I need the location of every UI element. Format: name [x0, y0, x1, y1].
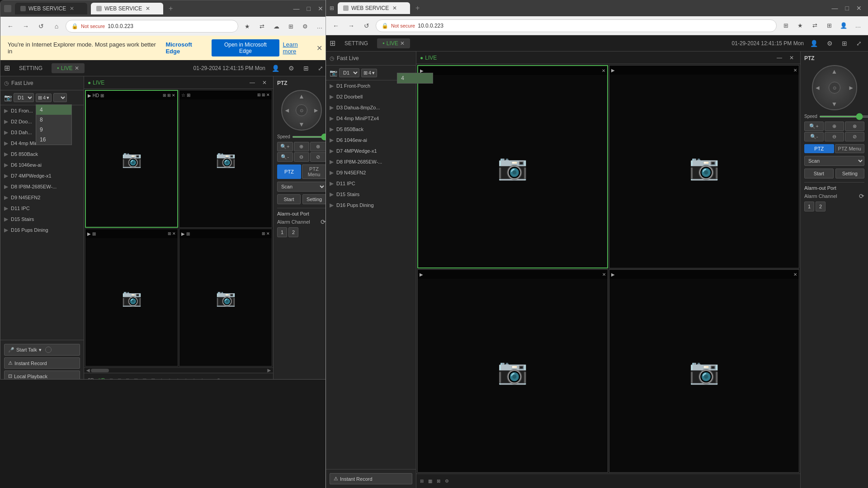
ptz2-iris-close[interactable]: ⊘ — [845, 132, 864, 141]
ptz2-focus-far[interactable]: ⊖ — [825, 132, 844, 141]
ptz2-iris-open[interactable]: ⊗ — [845, 122, 864, 131]
ptz-joystick-1[interactable]: ▲ ▼ ◄ ► ⊙ — [281, 90, 322, 131]
ptz-zoom-in[interactable]: 🔍+ — [277, 142, 293, 151]
alarm-num-2[interactable]: 2 — [288, 227, 298, 237]
ie-banner-close[interactable]: ✕ — [316, 44, 322, 52]
ptz2-right-btn[interactable]: ► — [848, 84, 854, 91]
scrollbar-h-1[interactable]: ◄ ► — [84, 367, 273, 373]
browser2-tab-1[interactable]: WEB SERVICE ✕ — [338, 2, 410, 14]
ptz-joystick-2[interactable]: ▲ ▼ ◄ ► ⊙ — [812, 65, 857, 110]
toolbar-btn-grid7[interactable]: ⊕ — [158, 377, 165, 380]
local-playback-btn-1[interactable]: ⊡ Local Playback — [4, 371, 80, 380]
camera2-item-d9[interactable]: ▶ D9 N45EFN2 — [326, 167, 416, 178]
back-btn[interactable]: ← — [4, 20, 17, 33]
minimize-btn-1[interactable]: — — [291, 4, 302, 13]
nav-icon-btn-4[interactable]: ⊞ — [284, 20, 297, 33]
setting-tab-1[interactable]: SETTING — [14, 63, 48, 73]
grid-option-9[interactable]: 9 — [36, 125, 71, 135]
alarm2-num-1[interactable]: 1 — [804, 202, 814, 211]
live-tab-1[interactable]: ● LIVE ✕ — [52, 63, 85, 73]
camera2-item-d4[interactable]: ▶ D4 4mp MiniPTZx4 — [326, 113, 416, 124]
alarm2-num-2[interactable]: 2 — [816, 202, 826, 211]
tab1-close-btn[interactable]: ✕ — [69, 5, 75, 12]
camera-item-d16[interactable]: ▶ D16 Pups Dining — [0, 225, 84, 235]
close-btn-2[interactable]: ✕ — [854, 4, 864, 13]
grid-select-btn-1[interactable]: ⊞ 4 ▾ — [36, 94, 52, 102]
toolbar-btn-grid6[interactable]: ▥ — [149, 377, 157, 380]
live-tab-close-2[interactable]: ✕ — [400, 40, 405, 47]
video-cell-2-4[interactable]: ▶ ✕ 📷 — [609, 269, 800, 473]
toolbar-btn-grid2[interactable]: ⊟ — [116, 377, 123, 380]
ptz2-zoom-in[interactable]: 🔍+ — [804, 122, 824, 131]
menu-icon-2[interactable]: ⊞ — [330, 39, 335, 47]
ptz2-up-btn[interactable]: ▲ — [831, 68, 838, 75]
nav-icon-btn-2[interactable]: ⇄ — [255, 20, 268, 33]
live-tab-close-1[interactable]: ✕ — [75, 65, 79, 71]
ptz2-focus-near[interactable]: ⊕ — [825, 122, 844, 131]
camera-item-d11[interactable]: ▶ D11 IPC — [0, 203, 84, 214]
ptz2-center-btn[interactable]: ⊙ — [829, 82, 840, 94]
video-cell-4[interactable]: ▶ ⊞ ⊞ ✕ 📷 — [179, 229, 272, 366]
reload-btn[interactable]: ↺ — [35, 20, 47, 33]
toolbar-btn-grid10[interactable]: ⊙ — [182, 377, 189, 380]
nav2-icon-btn-5[interactable]: 👤 — [837, 19, 850, 32]
camera2-item-d6[interactable]: ▶ D6 1046ew-ai — [326, 135, 416, 145]
camera-item-d5[interactable]: ▶ D5 850Back — [0, 149, 84, 160]
nav2-icon-btn-3[interactable]: ⇄ — [808, 19, 821, 32]
ptz2-menu-tab-btn[interactable]: PTZ Menu — [835, 144, 865, 153]
forward-btn[interactable]: → — [19, 20, 32, 33]
nav-icon-btn-3[interactable]: ☁ — [270, 20, 283, 33]
grid-option-16[interactable]: 16 — [36, 135, 71, 145]
learn-more-link[interactable]: Learn more — [283, 41, 313, 55]
ptz2-tab-btn[interactable]: PTZ — [804, 144, 834, 153]
browser-tab-1[interactable]: WEB SERVICE ✕ — [15, 3, 87, 14]
live-win-close-2[interactable]: ✕ — [787, 54, 797, 62]
toolbar-btn-grid4[interactable]: ▦ — [132, 377, 140, 380]
live-win-min[interactable]: — — [247, 79, 258, 87]
scan-select-2[interactable]: Scan — [804, 156, 864, 166]
toolbar-btn-settings[interactable]: ⚙ — [215, 377, 222, 380]
header2-grid-btn[interactable]: ⊞ — [839, 39, 850, 48]
address-bar-2[interactable]: 🔒 Not secure 10.0.0.223 — [376, 19, 777, 32]
nav2-icon-btn-1[interactable]: ⊞ — [779, 19, 792, 32]
grid-option-8[interactable]: 8 — [36, 115, 71, 125]
live-win-close[interactable]: ✕ — [259, 79, 269, 87]
toolbar-btn-grid1[interactable]: ⊞ — [108, 377, 115, 380]
address-bar-1[interactable]: 🔒 Not secure 10.0.0.223 — [66, 20, 238, 33]
ptz-tab-btn[interactable]: PTZ — [277, 164, 301, 179]
maximize-btn-1[interactable]: □ — [304, 4, 313, 13]
camera-item-d8[interactable]: ▶ D8 IP8M-2685EW-... — [0, 181, 84, 192]
scan-start-btn-2[interactable]: Start — [804, 169, 834, 178]
open-in-edge-btn[interactable]: Open in Microsoft Edge — [212, 39, 279, 56]
tab2-close-btn[interactable]: ✕ — [145, 5, 151, 12]
grid-select-2[interactable]: ▾ — [53, 93, 67, 102]
toolbar-btn-grid3[interactable]: ⊠ — [124, 377, 131, 380]
header-grid-btn[interactable]: ⊞ — [301, 64, 311, 73]
camera-item-d7[interactable]: ▶ D7 4MPWedge-x1 — [0, 170, 84, 181]
cell2-close-4[interactable]: ✕ — [793, 272, 797, 277]
toolbar-btn-grid5[interactable]: ▤ — [141, 377, 148, 380]
setting-tab-2[interactable]: SETTING — [339, 38, 373, 48]
ptz-iris-close[interactable]: ⊘ — [310, 152, 326, 162]
header2-person-btn[interactable]: 👤 — [807, 39, 821, 48]
alarm-num-1[interactable]: 1 — [277, 227, 287, 237]
camera2-item-d2[interactable]: ▶ D2 Doorbell — [326, 91, 416, 102]
video-cell-1[interactable]: ▶ HD ⊞ ⊞ ⊞ ✕ 📷 — [85, 90, 178, 228]
camera2-item-d16[interactable]: ▶ D16 Pups Dining — [326, 200, 416, 211]
ptz-down-btn[interactable]: ▼ — [298, 121, 305, 128]
ptz-menu-tab-btn[interactable]: PTZ Menu — [302, 164, 326, 179]
cell2-close-2[interactable]: ✕ — [793, 68, 797, 73]
toolbar-btn-sd[interactable]: SD — [86, 377, 96, 380]
header2-expand-btn[interactable]: ⤢ — [854, 39, 864, 48]
ptz-up-btn[interactable]: ▲ — [298, 93, 305, 100]
ptz-right-btn[interactable]: ► — [313, 107, 319, 114]
forward-btn-2[interactable]: → — [345, 19, 358, 32]
d-select-1[interactable]: D1 — [14, 93, 34, 102]
video-cell-2-1[interactable]: ▶ ✕ 📷 — [417, 65, 608, 268]
toolbar-btn-more[interactable]: ● — [223, 377, 230, 380]
microsoft-edge-link[interactable]: Microsoft Edge — [165, 41, 208, 55]
header-settings-btn[interactable]: ⚙ — [286, 64, 297, 73]
video-cell-2-2[interactable]: ▶ ✕ 📷 — [609, 65, 800, 268]
ptz-center-btn[interactable]: ⊙ — [296, 104, 307, 116]
scan-setting-btn[interactable]: Setting — [302, 194, 326, 204]
